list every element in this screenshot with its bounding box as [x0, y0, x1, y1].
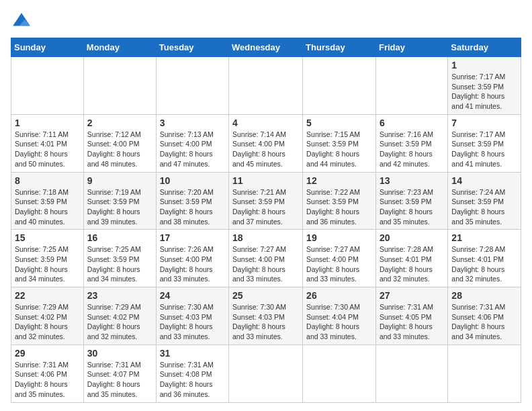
calendar-cell [229, 57, 303, 115]
day-number: 2 [87, 118, 152, 128]
day-number: 3 [160, 118, 225, 128]
logo-icon [11, 11, 32, 32]
day-info: Sunrise: 7:20 AMSunset: 3:59 PMDaylight:… [160, 188, 214, 226]
column-header-saturday: Saturday [448, 38, 521, 57]
day-number: 1 [451, 60, 517, 71]
calendar-cell [375, 57, 447, 115]
calendar-week-row: 8 Sunrise: 7:18 AMSunset: 3:59 PMDayligh… [11, 172, 521, 230]
day-info: Sunrise: 7:30 AMSunset: 4:03 PMDaylight:… [232, 303, 286, 340]
day-info: Sunrise: 7:19 AMSunset: 3:59 PMDaylight:… [87, 188, 141, 226]
day-info: Sunrise: 7:24 AMSunset: 3:59 PMDaylight:… [451, 188, 505, 226]
calendar-cell: 3 Sunrise: 7:13 AMSunset: 4:00 PMDayligh… [156, 114, 228, 172]
calendar-cell: 2 Sunrise: 7:12 AMSunset: 4:00 PMDayligh… [83, 114, 156, 172]
day-number: 27 [380, 290, 444, 301]
calendar-header-row: SundayMondayTuesdayWednesdayThursdayFrid… [11, 38, 521, 57]
day-number: 9 [87, 175, 152, 186]
column-header-tuesday: Tuesday [156, 38, 228, 57]
day-info: Sunrise: 7:11 AMSunset: 4:01 PMDaylight:… [15, 130, 69, 168]
day-info: Sunrise: 7:30 AMSunset: 4:03 PMDaylight:… [160, 303, 214, 340]
calendar-cell: 22 Sunrise: 7:29 AMSunset: 4:02 PMDaylig… [11, 287, 84, 345]
calendar-cell: 16 Sunrise: 7:25 AMSunset: 3:59 PMDaylig… [83, 230, 156, 287]
calendar-week-row: 1 Sunrise: 7:11 AMSunset: 4:01 PMDayligh… [11, 114, 521, 172]
day-number: 4 [232, 118, 299, 128]
day-number: 14 [451, 175, 517, 186]
calendar-cell: 6 Sunrise: 7:16 AMSunset: 3:59 PMDayligh… [375, 114, 447, 172]
page-header [11, 11, 521, 32]
day-number: 30 [87, 348, 152, 359]
column-header-monday: Monday [83, 38, 156, 57]
calendar-cell: 9 Sunrise: 7:19 AMSunset: 3:59 PMDayligh… [83, 172, 156, 230]
day-number: 22 [15, 290, 80, 301]
day-number: 1 [15, 118, 80, 128]
calendar-cell: 5 Sunrise: 7:15 AMSunset: 3:59 PMDayligh… [303, 114, 376, 172]
day-info: Sunrise: 7:14 AMSunset: 4:00 PMDaylight:… [232, 130, 286, 168]
day-number: 10 [160, 175, 225, 186]
day-number: 11 [232, 175, 299, 186]
day-info: Sunrise: 7:31 AMSunset: 4:05 PMDaylight:… [380, 303, 433, 340]
day-number: 12 [306, 175, 372, 186]
day-number: 31 [160, 348, 225, 359]
day-info: Sunrise: 7:28 AMSunset: 4:01 PMDaylight:… [380, 245, 433, 283]
day-info: Sunrise: 7:30 AMSunset: 4:04 PMDaylight:… [306, 303, 360, 340]
calendar-cell [11, 57, 84, 115]
day-info: Sunrise: 7:12 AMSunset: 4:00 PMDaylight:… [87, 130, 141, 168]
day-info: Sunrise: 7:17 AMSunset: 3:59 PMDaylight:… [451, 73, 505, 110]
calendar-cell: 7 Sunrise: 7:17 AMSunset: 3:59 PMDayligh… [448, 114, 521, 172]
calendar-cell: 14 Sunrise: 7:24 AMSunset: 3:59 PMDaylig… [448, 172, 521, 230]
day-number: 5 [306, 118, 372, 128]
calendar-cell [83, 57, 156, 115]
calendar-cell: 4 Sunrise: 7:14 AMSunset: 4:00 PMDayligh… [229, 114, 303, 172]
day-info: Sunrise: 7:25 AMSunset: 3:59 PMDaylight:… [15, 245, 69, 283]
calendar-cell: 24 Sunrise: 7:30 AMSunset: 4:03 PMDaylig… [156, 287, 228, 345]
day-number: 24 [160, 290, 225, 301]
calendar-cell: 13 Sunrise: 7:23 AMSunset: 3:59 PMDaylig… [375, 172, 447, 230]
calendar-week-row: 29 Sunrise: 7:31 AMSunset: 4:06 PMDaylig… [11, 345, 521, 402]
calendar-cell: 19 Sunrise: 7:27 AMSunset: 4:00 PMDaylig… [303, 230, 376, 287]
calendar-cell [229, 345, 303, 402]
calendar-week-row: 15 Sunrise: 7:25 AMSunset: 3:59 PMDaylig… [11, 230, 521, 287]
column-header-wednesday: Wednesday [229, 38, 303, 57]
day-number: 6 [380, 118, 444, 128]
day-info: Sunrise: 7:18 AMSunset: 3:59 PMDaylight:… [15, 188, 69, 226]
day-number: 18 [232, 232, 299, 243]
day-number: 15 [15, 232, 80, 243]
calendar-cell: 31 Sunrise: 7:31 AMSunset: 4:08 PMDaylig… [156, 345, 228, 402]
calendar-week-row: 22 Sunrise: 7:29 AMSunset: 4:02 PMDaylig… [11, 287, 521, 345]
day-number: 8 [15, 175, 80, 186]
column-header-thursday: Thursday [303, 38, 376, 57]
calendar-table: SundayMondayTuesdayWednesdayThursdayFrid… [11, 38, 521, 403]
day-info: Sunrise: 7:13 AMSunset: 4:00 PMDaylight:… [160, 130, 214, 168]
calendar-cell: 26 Sunrise: 7:30 AMSunset: 4:04 PMDaylig… [303, 287, 376, 345]
calendar-cell [303, 345, 376, 402]
day-info: Sunrise: 7:21 AMSunset: 3:59 PMDaylight:… [232, 188, 286, 226]
day-info: Sunrise: 7:23 AMSunset: 3:59 PMDaylight:… [380, 188, 433, 226]
day-info: Sunrise: 7:29 AMSunset: 4:02 PMDaylight:… [87, 303, 141, 340]
day-number: 28 [451, 290, 517, 301]
day-info: Sunrise: 7:25 AMSunset: 3:59 PMDaylight:… [87, 245, 141, 283]
day-info: Sunrise: 7:26 AMSunset: 4:00 PMDaylight:… [160, 245, 214, 283]
calendar-cell: 11 Sunrise: 7:21 AMSunset: 3:59 PMDaylig… [229, 172, 303, 230]
day-info: Sunrise: 7:31 AMSunset: 4:07 PMDaylight:… [87, 361, 141, 398]
day-info: Sunrise: 7:17 AMSunset: 3:59 PMDaylight:… [451, 130, 505, 168]
calendar-cell: 20 Sunrise: 7:28 AMSunset: 4:01 PMDaylig… [375, 230, 447, 287]
calendar-cell: 1 Sunrise: 7:11 AMSunset: 4:01 PMDayligh… [11, 114, 84, 172]
day-info: Sunrise: 7:31 AMSunset: 4:08 PMDaylight:… [160, 361, 214, 398]
day-number: 17 [160, 232, 225, 243]
day-number: 26 [306, 290, 372, 301]
day-number: 20 [380, 232, 444, 243]
day-info: Sunrise: 7:22 AMSunset: 3:59 PMDaylight:… [306, 188, 360, 226]
calendar-cell: 8 Sunrise: 7:18 AMSunset: 3:59 PMDayligh… [11, 172, 84, 230]
calendar-cell: 17 Sunrise: 7:26 AMSunset: 4:00 PMDaylig… [156, 230, 228, 287]
day-number: 29 [15, 348, 80, 359]
calendar-cell: 27 Sunrise: 7:31 AMSunset: 4:05 PMDaylig… [375, 287, 447, 345]
day-info: Sunrise: 7:15 AMSunset: 3:59 PMDaylight:… [306, 130, 360, 168]
calendar-cell: 21 Sunrise: 7:28 AMSunset: 4:01 PMDaylig… [448, 230, 521, 287]
calendar-week-row: 1 Sunrise: 7:17 AMSunset: 3:59 PMDayligh… [11, 57, 521, 115]
calendar-cell: 10 Sunrise: 7:20 AMSunset: 3:59 PMDaylig… [156, 172, 228, 230]
calendar-cell: 28 Sunrise: 7:31 AMSunset: 4:06 PMDaylig… [448, 287, 521, 345]
calendar-cell [448, 345, 521, 402]
calendar-cell: 12 Sunrise: 7:22 AMSunset: 3:59 PMDaylig… [303, 172, 376, 230]
calendar-cell: 15 Sunrise: 7:25 AMSunset: 3:59 PMDaylig… [11, 230, 84, 287]
day-info: Sunrise: 7:27 AMSunset: 4:00 PMDaylight:… [232, 245, 286, 283]
day-info: Sunrise: 7:29 AMSunset: 4:02 PMDaylight:… [15, 303, 69, 340]
